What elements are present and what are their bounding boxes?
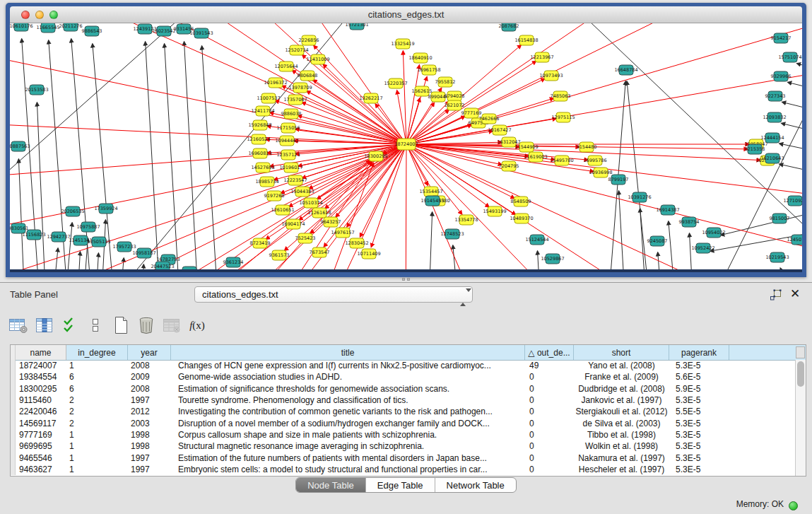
table-cell[interactable]: 6 <box>66 383 128 395</box>
table-cell[interactable]: 5.3E-5 <box>669 360 729 371</box>
table-cell[interactable]: 19384554 <box>16 371 66 382</box>
table-cell[interactable]: Changes of HCN gene expression and I(f) … <box>171 360 525 371</box>
table-cell[interactable]: Nakamura et al. (1997) <box>574 452 669 463</box>
table-cell[interactable]: Genome-wide association studies in ADHD. <box>171 371 525 382</box>
table-cell[interactable]: Estimation of significance thresholds fo… <box>171 383 525 395</box>
table-row[interactable]: 969969511998Structural magnetic resonanc… <box>11 440 795 452</box>
scrollbar-thumb[interactable] <box>797 361 804 387</box>
table-cell[interactable]: 5.6E-5 <box>669 371 729 382</box>
table-cell[interactable]: Dudbridge et al. (2008) <box>574 383 669 395</box>
table-cell[interactable]: 2009 <box>128 371 171 382</box>
column-header-name[interactable]: name <box>16 345 66 360</box>
table-row[interactable]: 2242004622012Investigating the contribut… <box>11 406 795 417</box>
table-cell[interactable]: 0 <box>525 371 574 382</box>
table-mode-icon[interactable] <box>8 315 28 336</box>
table-cell[interactable]: 1 <box>66 360 128 371</box>
table-cell[interactable]: 5.3E-5 <box>669 417 729 428</box>
table-cell[interactable]: Tibbo et al. (1998) <box>574 429 669 440</box>
table-cell[interactable]: Corpus callosum shape and size in male p… <box>171 429 525 440</box>
memory-status-indicator[interactable] <box>789 501 798 510</box>
table-cell[interactable]: Franke et al. (2009) <box>574 371 669 382</box>
table-cell[interactable]: 1997 <box>128 452 171 463</box>
delete-table-icon[interactable] <box>163 315 181 336</box>
table-cell[interactable]: 1998 <box>128 440 171 452</box>
table-cell[interactable]: 1997 <box>128 395 171 406</box>
column-header-title[interactable]: title <box>171 345 525 360</box>
table-cell[interactable]: 2008 <box>128 383 171 395</box>
table-cell[interactable]: 18300295 <box>16 383 66 395</box>
table-row[interactable]: 1872400712008Changes of HCN gene express… <box>11 360 795 371</box>
table-cell[interactable]: 5.3E-5 <box>669 452 729 463</box>
table-row[interactable]: 1830029562008Estimation of significance … <box>11 383 795 395</box>
table-cell[interactable]: Disruption of a novel member of a sodium… <box>171 417 525 428</box>
table-cell[interactable]: 0 <box>525 406 574 417</box>
table-cell[interactable]: 5.3E-5 <box>669 395 729 406</box>
table-cell[interactable]: Jankovic et al. (1997) <box>574 395 669 406</box>
column-header-pagerank[interactable]: pagerank <box>669 345 729 360</box>
table-cell[interactable]: Stergiakouli et al. (2012) <box>574 406 669 417</box>
close-panel-icon[interactable]: ✕ <box>788 286 802 302</box>
table-cell[interactable]: Hescheler et al. (1997) <box>574 464 669 475</box>
table-cell[interactable]: Tourette syndrome. Phenomenology and cla… <box>171 395 525 406</box>
tab-network-table[interactable]: Network Table <box>435 478 516 492</box>
column-header-short[interactable]: short <box>574 345 669 360</box>
table-cell[interactable]: 0 <box>525 452 574 463</box>
select-all-icon[interactable] <box>61 315 79 336</box>
table-cell[interactable]: Investigating the contribution of common… <box>171 406 525 417</box>
table-cell[interactable]: 9699695 <box>16 440 66 452</box>
table-cell[interactable]: 49 <box>525 360 574 371</box>
table-cell[interactable]: 9463627 <box>16 464 66 475</box>
network-view[interactable]: 1830029513325419186409101696175879558121… <box>10 23 802 272</box>
float-panel-icon[interactable] <box>770 289 782 300</box>
column-header-year[interactable]: year <box>128 345 171 360</box>
table-cell[interactable]: Wolkin et al. (1998) <box>574 440 669 452</box>
table-cell[interactable]: Yano et al. (2008) <box>574 360 669 371</box>
table-cell[interactable]: de Silva et al. (2003) <box>574 417 669 428</box>
table-cell[interactable]: 5.3E-5 <box>669 464 729 475</box>
table-cell[interactable]: 1998 <box>128 429 171 440</box>
table-cell[interactable]: 2 <box>66 406 128 417</box>
table-cell[interactable]: 2003 <box>128 417 171 428</box>
table-cell[interactable]: 9465546 <box>16 452 66 463</box>
table-row[interactable]: 1938455462009Genome-wide association stu… <box>11 371 795 382</box>
table-cell[interactable]: Structural magnetic resonance image aver… <box>171 440 525 452</box>
table-cell[interactable]: 1 <box>66 452 128 463</box>
table-scrollbar[interactable] <box>795 360 806 476</box>
table-cell[interactable]: 0 <box>525 395 574 406</box>
table-cell[interactable]: 2012 <box>128 406 171 417</box>
column-header-out-degree[interactable]: △ out_de... <box>525 345 574 360</box>
table-cell[interactable]: 22420046 <box>16 406 66 417</box>
table-cell[interactable]: 9115460 <box>16 395 66 406</box>
table-cell[interactable]: 1997 <box>128 464 171 475</box>
table-row[interactable]: 977716911998Corpus callosum shape and si… <box>11 429 795 440</box>
table-source-select[interactable]: citations_edges.txt <box>194 286 473 303</box>
table-cell[interactable]: 5.3E-5 <box>669 440 729 452</box>
table-row[interactable]: 946362711997Embryonic stem cells: a mode… <box>11 464 795 475</box>
column-header-in-degree[interactable]: in_degree <box>66 345 128 360</box>
network-canvas[interactable]: 1830029513325419186409101696175879558121… <box>10 23 802 269</box>
table-cell[interactable]: 0 <box>525 383 574 395</box>
show-columns-icon[interactable] <box>35 315 54 336</box>
table-cell[interactable]: 9777169 <box>16 429 66 440</box>
table-row[interactable]: 911546021997Tourette syndrome. Phenomeno… <box>11 395 795 406</box>
table-cell[interactable]: Embryonic stem cells: a model to study s… <box>171 464 525 475</box>
table-row[interactable]: 1456911722003Disruption of a novel membe… <box>11 417 795 428</box>
table-cell[interactable]: 2 <box>66 417 128 428</box>
table-cell[interactable]: 5.5E-5 <box>669 406 729 417</box>
table-cell[interactable]: 2 <box>66 395 128 406</box>
delete-icon[interactable] <box>137 315 155 336</box>
table-cell[interactable]: 5.9E-5 <box>669 383 729 395</box>
table-cell[interactable]: 0 <box>525 429 574 440</box>
table-cell[interactable]: 2008 <box>128 360 171 371</box>
table-cell[interactable]: 1 <box>66 429 128 440</box>
function-builder-icon[interactable]: f(x) <box>188 315 206 336</box>
new-file-icon[interactable] <box>112 315 130 336</box>
table-cell[interactable]: 14569117 <box>16 417 66 428</box>
table-row[interactable]: 946554611997Estimation of the future num… <box>11 452 795 463</box>
table-cell[interactable]: 18724007 <box>16 360 66 371</box>
table-cell[interactable]: 5.3E-5 <box>669 429 729 440</box>
tab-node-table[interactable]: Node Table <box>296 478 366 492</box>
table-cell[interactable]: 0 <box>525 417 574 428</box>
clear-selection-icon[interactable] <box>86 315 105 336</box>
table-cell[interactable]: 1 <box>66 464 128 475</box>
